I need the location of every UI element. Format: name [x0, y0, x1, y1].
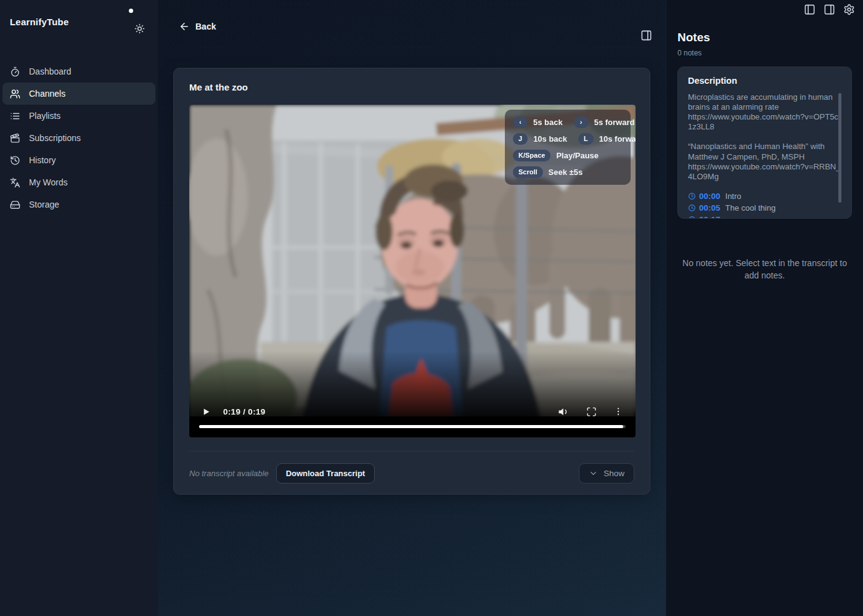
- description-text: “Nanoplastics and Human Health” with Mat…: [688, 142, 841, 161]
- scrollbar-thumb[interactable]: [838, 93, 841, 203]
- shortcut-label: 10s back: [533, 134, 567, 144]
- seek-bar[interactable]: [199, 425, 626, 428]
- sidebar-item-label: History: [29, 155, 56, 165]
- notes-count: 0 notes: [677, 49, 852, 57]
- sidebar-item-label: Storage: [29, 200, 59, 209]
- chapter-label: Intro: [726, 192, 742, 201]
- clock-icon: [688, 204, 696, 212]
- chapter-row[interactable]: 00:00 Intro: [688, 192, 841, 201]
- transcript-status: No transcript available: [189, 469, 269, 478]
- transcript-bar: No transcript available Download Transcr…: [189, 463, 634, 484]
- description-text: Microplastics are accumulating in human …: [688, 92, 841, 112]
- back-label: Back: [195, 22, 216, 31]
- key-j: J: [513, 133, 528, 145]
- clock-icon: [688, 192, 696, 200]
- chapter-time[interactable]: 00:00: [699, 192, 721, 201]
- toggle-right-panel-button[interactable]: [824, 4, 835, 15]
- sidebar-item-label: Channels: [29, 89, 65, 99]
- fullscreen-icon: [586, 407, 597, 417]
- notes-empty-message: No notes yet. Select text in the transcr…: [677, 257, 852, 282]
- shortcut-label: 5s forward: [594, 118, 635, 127]
- video-card: Me at the zoo: [173, 68, 650, 495]
- clapperboard-icon: [10, 133, 20, 144]
- sidebar-item-label: Playlists: [29, 111, 60, 121]
- sidebar-item-label: My Words: [29, 177, 68, 187]
- keyboard-shortcuts-overlay: ‹5s back ›5s forward J10s back L10s forw…: [505, 110, 631, 185]
- chapter-row[interactable]: 00:05 The cool thing: [688, 203, 841, 213]
- shortcut-label: Seek ±5s: [549, 168, 583, 177]
- toggle-notes-panel-button[interactable]: [640, 30, 652, 44]
- key-l: L: [578, 133, 594, 145]
- video-controls: 0:19 / 0:19: [189, 399, 636, 424]
- key-space: K/Space: [513, 150, 550, 161]
- timer-icon: [10, 67, 20, 77]
- window-controls: [804, 4, 855, 15]
- settings-button[interactable]: [843, 4, 855, 15]
- sun-icon: [134, 23, 145, 34]
- chapter-time[interactable]: 00:17: [699, 215, 721, 219]
- sidebar-item-playlists[interactable]: Playlists: [2, 105, 155, 127]
- shortcut-label: Play/Pause: [556, 151, 599, 160]
- fullscreen-button[interactable]: [586, 407, 597, 417]
- users-icon: [10, 89, 20, 99]
- time-display: 0:19 / 0:19: [223, 407, 266, 416]
- clock-icon: [688, 216, 696, 219]
- volume-icon: [558, 406, 570, 418]
- panel-right-icon: [824, 4, 835, 15]
- sidebar-item-channels[interactable]: Channels: [2, 83, 155, 105]
- chapter-list: 00:00 Intro 00:05 The cool thing 00:17: [688, 192, 841, 219]
- status-dot: [129, 9, 133, 13]
- history-icon: [10, 155, 20, 166]
- shortcut-label: 5s back: [533, 118, 563, 127]
- chapter-time[interactable]: 00:05: [699, 203, 721, 213]
- divider: [189, 451, 634, 452]
- key-chevron-right: ›: [574, 116, 589, 128]
- languages-icon: [10, 177, 20, 188]
- sidebar-item-label: Dashboard: [29, 67, 72, 76]
- play-icon: [202, 407, 211, 416]
- sidebar-item-storage[interactable]: Storage: [2, 193, 155, 216]
- panel-right-icon: [640, 30, 652, 41]
- hard-drive-icon: [10, 200, 20, 210]
- main-content: Back Me at the zoo: [158, 0, 666, 616]
- back-button[interactable]: Back: [179, 21, 216, 32]
- sidebar-item-dashboard[interactable]: Dashboard: [2, 60, 155, 83]
- notes-title: Notes: [677, 31, 852, 44]
- download-transcript-button[interactable]: Download Transcript: [276, 463, 375, 484]
- theme-toggle-button[interactable]: [134, 23, 145, 36]
- sidebar-item-history[interactable]: History: [2, 149, 155, 171]
- description-card: Description Microplastics are accumulati…: [677, 67, 852, 219]
- gear-icon: [843, 4, 855, 15]
- video-title: Me at the zoo: [189, 82, 634, 92]
- panel-left-icon: [804, 4, 816, 15]
- sidebar-item-my-words[interactable]: My Words: [2, 171, 155, 193]
- arrow-left-icon: [179, 21, 190, 32]
- show-transcript-button[interactable]: Show: [579, 463, 634, 484]
- list-icon: [10, 111, 20, 121]
- chevron-down-icon: [589, 469, 598, 478]
- sidebar: LearnifyTube Dashboard Channels Playlist…: [0, 0, 158, 616]
- main-header: Back: [158, 0, 666, 52]
- video-player[interactable]: ‹5s back ›5s forward J10s back L10s forw…: [189, 105, 636, 437]
- key-scroll: Scroll: [513, 166, 543, 178]
- sidebar-nav: Dashboard Channels Playlists Subscriptio…: [0, 60, 158, 216]
- more-options-button[interactable]: [613, 407, 623, 416]
- play-button[interactable]: [202, 407, 211, 416]
- seek-bar-fill: [199, 425, 623, 428]
- key-chevron-left: ‹: [513, 116, 528, 128]
- description-title: Description: [688, 76, 841, 86]
- chapter-row[interactable]: 00:17: [688, 215, 841, 219]
- app-root: LearnifyTube Dashboard Channels Playlist…: [0, 0, 863, 616]
- sidebar-item-label: Subscriptions: [29, 133, 81, 143]
- chapter-label: The cool thing: [726, 203, 776, 213]
- kebab-menu-icon: [613, 407, 623, 416]
- shortcut-label: 10s forward: [599, 134, 636, 144]
- app-logo: LearnifyTube: [10, 17, 68, 27]
- description-link[interactable]: https://www.youtube.com/watch?v=RRBN_4LO…: [688, 162, 841, 182]
- volume-button[interactable]: [558, 406, 570, 418]
- toggle-left-panel-button[interactable]: [804, 4, 816, 15]
- description-link[interactable]: https://www.youtube.com/watch?v=OPT5c1z3…: [688, 112, 841, 132]
- notes-panel: Notes 0 notes Description Microplastics …: [666, 0, 863, 616]
- show-label: Show: [603, 469, 624, 478]
- sidebar-item-subscriptions[interactable]: Subscriptions: [2, 127, 155, 149]
